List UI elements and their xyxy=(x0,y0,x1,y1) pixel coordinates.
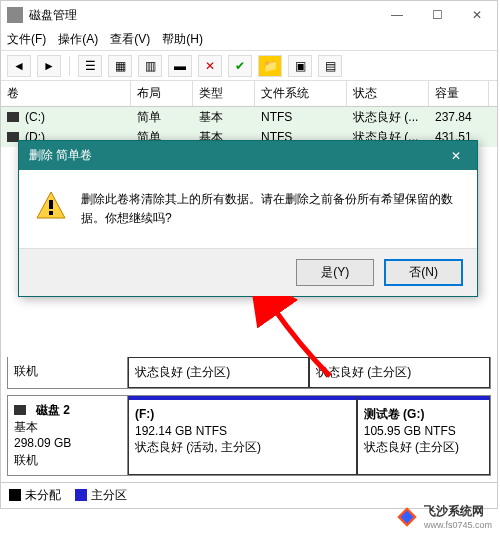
menu-action[interactable]: 操作(A) xyxy=(58,31,98,48)
watermark-url: www.fs0745.com xyxy=(424,520,492,530)
forward-button[interactable]: ► xyxy=(37,55,61,77)
disk-online: 联机 xyxy=(14,452,121,469)
legend-unalloc: 未分配 xyxy=(25,487,61,504)
part-status: 状态良好 (活动, 主分区) xyxy=(135,439,350,456)
part-size: 105.95 GB NTFS xyxy=(364,423,483,440)
info-icon[interactable]: ▤ xyxy=(318,55,342,77)
separator xyxy=(69,56,70,76)
legend-primary: 主分区 xyxy=(91,487,127,504)
watermark: 飞沙系统网 www.fs0745.com xyxy=(394,503,492,530)
dialog-message: 删除此卷将清除其上的所有数据。请在删除之前备份所有希望保留的数据。你想继续吗? xyxy=(81,190,461,228)
dialog-title: 删除 简单卷 xyxy=(29,147,445,164)
confirm-dialog: 删除 简单卷 ✕ 删除此卷将清除其上的所有数据。请在删除之前备份所有希望保留的数… xyxy=(18,140,478,297)
disk-size: 298.09 GB xyxy=(14,435,121,452)
part-label: 测试卷 (G:) xyxy=(364,407,425,421)
yes-button[interactable]: 是(Y) xyxy=(296,259,374,286)
window-title: 磁盘管理 xyxy=(29,7,377,24)
disk-name: 磁盘 2 xyxy=(36,402,70,419)
disk-icon xyxy=(14,405,26,415)
table-header: 卷 布局 类型 文件系统 状态 容量 xyxy=(1,81,497,107)
disk-info: 联机 xyxy=(8,357,128,388)
menu-file[interactable]: 文件(F) xyxy=(7,31,46,48)
maximize-button[interactable]: ☐ xyxy=(417,1,457,29)
refresh-icon[interactable]: ✔ xyxy=(228,55,252,77)
disk-type: 基本 xyxy=(14,419,121,436)
partition[interactable]: 状态良好 (主分区) xyxy=(309,357,490,388)
volume-icon xyxy=(7,112,19,122)
warning-icon xyxy=(35,190,67,222)
svg-rect-2 xyxy=(49,211,53,215)
minimize-button[interactable]: — xyxy=(377,1,417,29)
dialog-close-button[interactable]: ✕ xyxy=(445,149,467,163)
part-status: 状态良好 (主分区) xyxy=(364,439,483,456)
back-button[interactable]: ◄ xyxy=(7,55,31,77)
svg-rect-1 xyxy=(49,200,53,209)
th-layout[interactable]: 布局 xyxy=(131,81,193,106)
legend-primary-swatch xyxy=(75,489,87,501)
table-row[interactable]: (C:) 简单 基本 NTFS 状态良好 (... 237.84 xyxy=(1,107,497,127)
disk-info: 磁盘 2 基本 298.09 GB 联机 xyxy=(8,396,128,475)
grid-icon[interactable]: ▦ xyxy=(108,55,132,77)
no-button[interactable]: 否(N) xyxy=(384,259,463,286)
watermark-text: 飞沙系统网 xyxy=(424,503,492,520)
partition-f[interactable]: (F:) 192.14 GB NTFS 状态良好 (活动, 主分区) xyxy=(128,396,357,475)
disk-icon[interactable]: ▬ xyxy=(168,55,192,77)
th-status[interactable]: 状态 xyxy=(347,81,429,106)
th-volume[interactable]: 卷 xyxy=(1,81,131,106)
menu-view[interactable]: 查看(V) xyxy=(110,31,150,48)
cell-cap: 237.84 xyxy=(429,108,489,126)
cell-type: 基本 xyxy=(193,107,255,128)
detail-icon[interactable]: ▥ xyxy=(138,55,162,77)
delete-icon[interactable]: ✕ xyxy=(198,55,222,77)
th-cap[interactable]: 容量 xyxy=(429,81,489,106)
menu-help[interactable]: 帮助(H) xyxy=(162,31,203,48)
watermark-logo xyxy=(394,504,420,530)
folder-icon[interactable]: 📁 xyxy=(258,55,282,77)
close-button[interactable]: ✕ xyxy=(457,1,497,29)
action-icon[interactable]: ▣ xyxy=(288,55,312,77)
cell-layout: 简单 xyxy=(131,107,193,128)
th-fs[interactable]: 文件系统 xyxy=(255,81,347,106)
legend-unalloc-swatch xyxy=(9,489,21,501)
part-size: 192.14 GB NTFS xyxy=(135,423,350,440)
list-icon[interactable]: ☰ xyxy=(78,55,102,77)
cell-vol: (C:) xyxy=(25,110,45,124)
part-label: (F:) xyxy=(135,407,154,421)
cell-fs: NTFS xyxy=(255,108,347,126)
partition-g[interactable]: 测试卷 (G:) 105.95 GB NTFS 状态良好 (主分区) xyxy=(357,396,490,475)
partition[interactable]: 状态良好 (主分区) xyxy=(128,357,309,388)
cell-status: 状态良好 (... xyxy=(347,107,429,128)
disk-online: 联机 xyxy=(14,363,121,380)
app-icon xyxy=(7,7,23,23)
th-type[interactable]: 类型 xyxy=(193,81,255,106)
